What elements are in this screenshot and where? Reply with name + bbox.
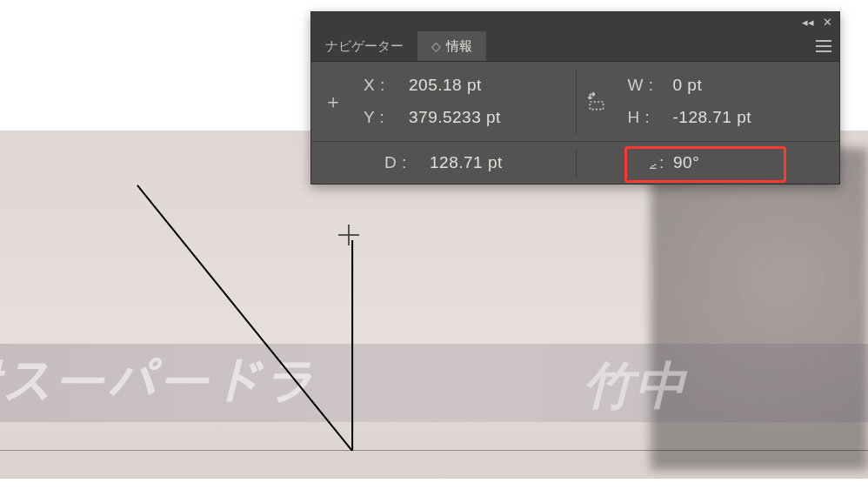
- wh-readout: W : 0 pt H : -128.71 pt: [619, 62, 840, 142]
- artboard[interactable]: ｻスーパードラ 竹中 ◂◂ ✕ ナビゲーター ◇ 情報 ＋: [0, 0, 868, 490]
- plus-icon: ＋: [324, 89, 343, 115]
- angle-icon: ⦟: [649, 146, 658, 179]
- angle-colon: :: [659, 147, 668, 178]
- tab-navigator[interactable]: ナビゲーター: [311, 31, 417, 61]
- w-value: 0 pt: [673, 70, 703, 101]
- distance-readout: D : 128.71 pt: [355, 142, 576, 184]
- bottom-guide-line: [0, 450, 868, 451]
- tab-info-label: 情報: [446, 38, 472, 55]
- x-value: 205.18 pt: [409, 70, 482, 101]
- panel-body: ＋ X : 205.18 pt Y : 379.5233 pt: [311, 62, 839, 184]
- panel-menu-button[interactable]: [808, 31, 839, 61]
- info-panel[interactable]: ◂◂ ✕ ナビゲーター ◇ 情報 ＋ X : 205.18 pt: [310, 11, 840, 185]
- h-value: -128.71 pt: [673, 102, 752, 133]
- d-label: D :: [384, 147, 424, 178]
- angle-value: 90°: [673, 147, 699, 178]
- pen-cursor-crosshair: [338, 225, 359, 245]
- background-dark-figure: [651, 148, 868, 470]
- panel-tab-row: ナビゲーター ◇ 情報: [311, 31, 839, 62]
- transform-icon-cell: [576, 62, 619, 142]
- path-segment-vertical: [351, 240, 353, 451]
- collapse-icon[interactable]: ◂◂: [802, 17, 814, 28]
- link-icon: ◇: [431, 39, 441, 53]
- angle-readout: ⦟ : 90°: [619, 142, 840, 184]
- y-value: 379.5233 pt: [409, 102, 501, 133]
- cursor-position-icon: ＋: [311, 62, 355, 142]
- x-label: X :: [364, 70, 404, 101]
- d-value: 128.71 pt: [430, 147, 503, 178]
- distance-icon-cell: [311, 142, 355, 184]
- hamburger-icon: [816, 45, 831, 47]
- close-icon[interactable]: ✕: [823, 17, 832, 28]
- tab-navigator-label: ナビゲーター: [325, 38, 404, 55]
- tab-info[interactable]: ◇ 情報: [417, 31, 486, 61]
- transform-icon: [586, 91, 609, 113]
- xy-readout: X : 205.18 pt Y : 379.5233 pt: [355, 62, 576, 142]
- panel-titlebar[interactable]: ◂◂ ✕: [311, 12, 839, 31]
- w-label: W :: [628, 70, 668, 101]
- angle-icon-cell: [576, 142, 619, 184]
- svg-rect-0: [590, 102, 603, 110]
- h-label: H :: [628, 102, 668, 133]
- y-label: Y :: [364, 102, 404, 133]
